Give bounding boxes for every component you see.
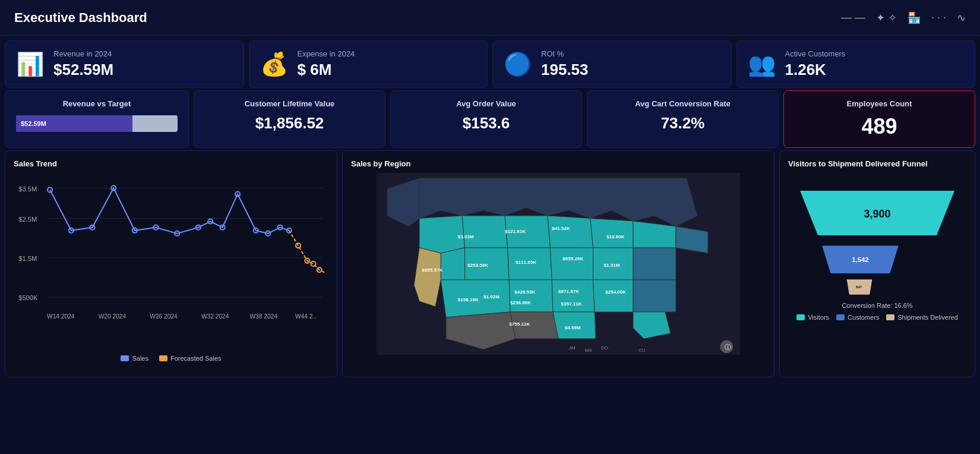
legend-sales: Sales [121,355,148,362]
sales-map-card: Sales by Region [342,150,774,377]
legend-sales-color [121,355,129,361]
svg-text:DO: DO [601,345,608,351]
svg-text:$121.81K: $121.81K [505,229,526,234]
customers-label: Customers [848,314,879,321]
clv-value: $1,856.52 [205,114,374,133]
legend-forecast-color [159,355,167,361]
map-svg: CU MX $3.03M $121.81K $41.52K $253.59K $… [351,173,766,355]
rev-target-label: Revenue vs Target [16,99,178,108]
svg-text:$1.31M: $1.31M [603,263,619,268]
visitors-color [796,314,805,320]
sales-trend-chart: $3.5M $2.5M $1.5M $500K [14,173,328,349]
employees-card: Employees Count 489 [783,90,975,148]
svg-text:$655.28K: $655.28K [562,256,583,261]
svg-text:3,900: 3,900 [864,208,890,220]
funnel-legend: Visitors Customers Shipments Delivered [788,314,966,321]
svg-text:$2.5M: $2.5M [18,216,37,223]
svg-text:$111.65K: $111.65K [516,260,536,265]
svg-text:647: 647 [856,285,862,289]
kpi-card-revenue: 📊 Revenue in 2024 $52.59M [5,40,244,88]
svg-point-25 [311,261,315,266]
svg-text:$1.5M: $1.5M [18,255,37,262]
svg-text:$871.87K: $871.87K [558,289,579,294]
header-icons: — — ✦ ✧ 🏪 · · · ∿ [841,11,966,24]
funnel-level-3: 647 [842,278,913,296]
kpi-value-revenue: $52.59M [53,61,113,79]
funnel-level-2: 1,542 [818,244,937,276]
svg-text:W14 2024: W14 2024 [47,313,75,320]
svg-text:$500K: $500K [18,294,38,301]
svg-text:$1.02M: $1.02M [483,294,500,299]
sparkle-icon: ✦ ✧ [876,11,897,24]
header: Executive Dashboard — — ✦ ✧ 🏪 · · · ∿ [0,0,980,36]
acr-card: Avg Cart Conversion Rate 73.2% [587,90,779,148]
kpi-label-revenue: Revenue in 2024 [53,49,113,58]
svg-text:CU: CU [638,348,646,353]
aov-value: $153.6 [402,114,571,133]
funnel-legend-shipments: Shipments Delivered [886,314,958,321]
funnel-container: 3,900 1,542 647 [788,173,966,296]
svg-text:$428.53K: $428.53K [514,289,535,295]
page-title: Executive Dashboard [14,10,147,26]
legend-forecast: Forecasted Sales [159,355,222,362]
sales-map-title: Sales by Region [351,159,766,168]
funnel-level-1: 3,900 [794,185,960,241]
kpi-card-roi: 🔵 ROI % 195.53 [492,40,732,88]
employees-label: Employees Count [795,99,964,108]
store-icon: 🏪 [908,11,921,24]
svg-point-23 [296,243,301,248]
svg-text:W26 2024: W26 2024 [150,313,178,320]
kpi-card-customers: 👥 Active Customers 1.26K [736,40,976,88]
kpi-value-customers: 1.26K [785,61,846,79]
visitors-label: Visitors [808,314,829,321]
svg-text:$156.16K: $156.16K [458,297,479,302]
progress-bar-bg: $52.59M [16,115,178,132]
funnel-legend-customers: Customers [836,314,879,321]
svg-text:$357.11K: $357.11K [561,301,581,307]
clv-card: Customer Lifetime Value $1,856.52 [194,90,385,148]
svg-text:$3.5M: $3.5M [18,185,37,193]
kpi-icon-customers: 👥 [748,53,776,75]
acr-label: Avg Cart Conversion Rate [598,99,767,108]
aov-card: Avg Order Value $153.6 [390,90,582,148]
acr-value: 73.2% [598,114,767,133]
funnel-card: Visitors to Shipment Delivered Funnel 3,… [779,150,975,377]
legend-sales-label: Sales [132,355,148,362]
legend-forecast-label: Forecasted Sales [170,355,222,362]
svg-text:ⓘ: ⓘ [725,343,731,351]
funnel-title: Visitors to Shipment Delivered Funnel [788,159,966,168]
svg-text:$955.57K: $955.57K [422,267,443,273]
minimize-icon[interactable]: — — [841,11,865,24]
customers-color [836,314,845,320]
svg-text:$41.52K: $41.52K [552,226,570,231]
employees-value: 489 [795,114,964,139]
svg-text:W38 2024: W38 2024 [249,313,277,320]
svg-text:W44 2..: W44 2.. [295,313,316,320]
kpi-icon-expense: 💰 [260,53,288,75]
metrics-row: Revenue vs Target $52.59M Customer Lifet… [0,90,980,150]
charts-row: Sales Trend $3.5M $2.5M $1.5M $500K [0,150,980,382]
svg-text:JM: JM [569,345,576,351]
svg-text:W20 2024: W20 2024 [99,313,127,320]
kpi-icon-roi: 🔵 [504,53,532,75]
shipments-color [886,314,894,320]
svg-text:$253.59K: $253.59K [467,263,488,268]
sales-trend-title: Sales Trend [14,159,328,168]
shipments-label: Shipments Delivered [897,314,958,321]
svg-text:W32 2024: W32 2024 [201,313,229,320]
progress-bar-text: $52.59M [21,120,46,127]
kpi-icon-revenue: 📊 [16,53,44,75]
sales-trend-legend: Sales Forecasted Sales [14,355,328,362]
svg-text:$755.11K: $755.11K [509,321,530,327]
funnel-legend-visitors: Visitors [796,314,829,321]
kpi-value-expense: $ 6M [298,61,355,79]
progress-bar-fill: $52.59M [16,115,132,132]
kpi-row: 📊 Revenue in 2024 $52.59M 💰 Expense in 2… [0,36,980,90]
rev-target-card: Revenue vs Target $52.59M [5,90,189,148]
kpi-value-roi: 195.53 [541,61,589,79]
svg-text:$294.00K: $294.00K [605,289,626,295]
aov-label: Avg Order Value [402,99,571,108]
map-container: CU MX $3.03M $121.81K $41.52K $253.59K $… [351,173,766,364]
profile-icon: ∿ [957,11,966,24]
kpi-label-customers: Active Customers [785,49,846,58]
